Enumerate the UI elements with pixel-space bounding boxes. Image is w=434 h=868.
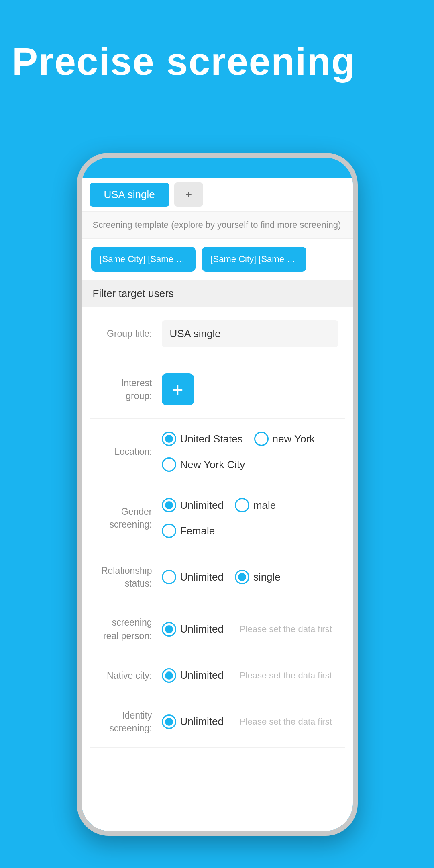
gender-radio-2[interactable] — [162, 524, 176, 538]
relationship-row: Relationshipstatus: Unlimited single — [90, 551, 345, 603]
interest-group-label: Interestgroup: — [96, 373, 152, 402]
tab-usa-single[interactable]: USA single — [90, 183, 169, 207]
real-person-label-0: Unlimited — [180, 623, 224, 635]
filter-section-label: Filter target users — [82, 280, 353, 307]
interest-group-row: Interestgroup: + — [90, 360, 345, 419]
native-city-placeholder: Please set the data first — [240, 670, 332, 681]
gender-label-0: Unlimited — [180, 499, 224, 512]
identity-option-0[interactable]: Unlimited — [162, 714, 224, 729]
location-label-0: United States — [180, 433, 243, 445]
native-city-option-0[interactable]: Unlimited — [162, 668, 224, 683]
interest-group-add-button[interactable]: + — [162, 373, 194, 405]
relationship-label-0: Unlimited — [180, 571, 224, 583]
tabs-row: USA single + — [82, 178, 353, 212]
relationship-label: Relationshipstatus: — [96, 564, 152, 590]
location-radio-1[interactable] — [254, 432, 269, 446]
real-person-radio-0[interactable] — [162, 622, 176, 637]
native-city-radio-0[interactable] — [162, 668, 176, 683]
native-city-label: Native city: — [96, 669, 152, 682]
location-label: Location: — [96, 445, 152, 458]
relationship-radio-1[interactable] — [235, 570, 249, 584]
template-hint: Screening template (explore by yourself … — [82, 212, 353, 239]
phone-device: ‹ Group filter save USA single + Screeni… — [77, 153, 358, 836]
real-person-radio-group: Unlimited Please set the data first — [162, 622, 332, 637]
group-title-label: Group title: — [96, 327, 152, 340]
relationship-option-1[interactable]: single — [235, 570, 281, 584]
phone-inner: ‹ Group filter save USA single + Screeni… — [82, 158, 353, 831]
tab-add-button[interactable]: + — [174, 182, 203, 207]
gender-radio-0[interactable] — [162, 498, 176, 512]
native-city-label-0: Unlimited — [180, 669, 224, 682]
gender-row: Genderscreening: Unlimited male — [90, 485, 345, 551]
status-bar — [82, 158, 353, 178]
form-content: Group title: Interestgroup: + Location: — [82, 307, 353, 831]
page-title: Precise screening — [12, 40, 422, 83]
gender-option-2[interactable]: Female — [162, 524, 215, 538]
identity-row: Identityscreening: Unlimited Please set … — [90, 696, 345, 748]
location-radio-0[interactable] — [162, 432, 176, 446]
template-buttons-row: [Same City] [Same Hometown] [Same City] … — [82, 239, 353, 280]
identity-placeholder: Please set the data first — [240, 717, 332, 727]
template-btn-2[interactable]: [Same City] [Same Hometown] [Same... — [202, 247, 306, 272]
location-option-2[interactable]: New York City — [162, 457, 245, 472]
group-title-row: Group title: — [90, 307, 345, 360]
identity-radio-0[interactable] — [162, 714, 176, 729]
location-radio-group: United States new York New York City — [162, 432, 338, 472]
identity-radio-group: Unlimited Please set the data first — [162, 714, 332, 729]
real-person-row: screeningreal person: Unlimited Please s… — [90, 603, 345, 655]
location-option-0[interactable]: United States — [162, 432, 243, 446]
native-city-radio-group: Unlimited Please set the data first — [162, 668, 332, 683]
template-btn-1[interactable]: [Same City] [Same Hometown] — [91, 247, 196, 272]
phone-screen: USA single + Screening template (explore… — [82, 178, 353, 831]
real-person-placeholder: Please set the data first — [240, 624, 332, 635]
group-title-input[interactable] — [162, 320, 338, 347]
real-person-option-0[interactable]: Unlimited — [162, 622, 224, 637]
relationship-label-1: single — [253, 571, 281, 583]
native-city-row: Native city: Unlimited Please set the da… — [90, 655, 345, 696]
gender-radio-1[interactable] — [235, 498, 249, 512]
gender-label-2: Female — [180, 525, 215, 537]
location-radio-2[interactable] — [162, 457, 176, 472]
relationship-option-0[interactable]: Unlimited — [162, 570, 224, 584]
location-label-1: new York — [273, 433, 315, 445]
real-person-label: screeningreal person: — [96, 616, 152, 642]
location-label-2: New York City — [180, 459, 245, 471]
gender-label-1: male — [253, 499, 276, 512]
identity-label-0: Unlimited — [180, 715, 224, 728]
gender-option-0[interactable]: Unlimited — [162, 498, 224, 512]
gender-option-1[interactable]: male — [235, 498, 276, 512]
identity-label: Identityscreening: — [96, 709, 152, 735]
phone-outer: ‹ Group filter save USA single + Screeni… — [77, 153, 358, 836]
relationship-radio-0[interactable] — [162, 570, 176, 584]
gender-radio-group: Unlimited male Female — [162, 498, 338, 538]
gender-label: Genderscreening: — [96, 505, 152, 531]
location-option-1[interactable]: new York — [254, 432, 315, 446]
location-row: Location: United States new York — [90, 419, 345, 485]
relationship-radio-group: Unlimited single — [162, 570, 281, 584]
